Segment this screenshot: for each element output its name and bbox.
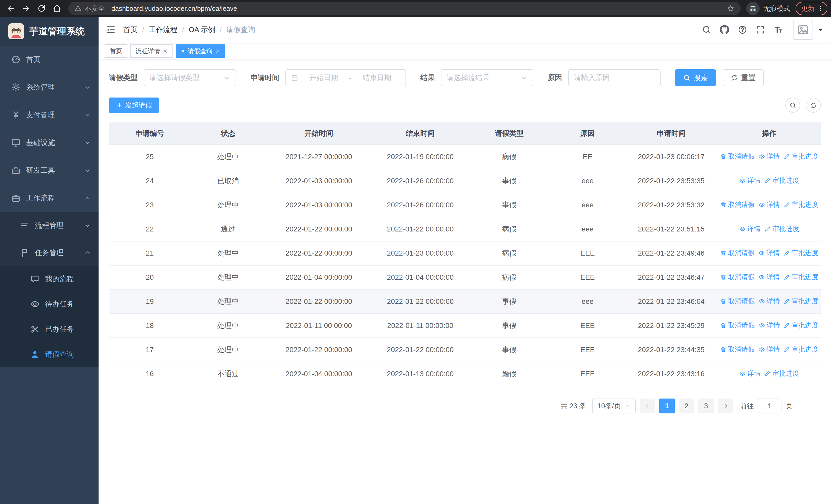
pagination-total: 共 23 条: [561, 402, 586, 411]
browser-reload-icon[interactable]: [34, 1, 49, 16]
goto-page-input[interactable]: [758, 398, 781, 413]
cancel-leave-link[interactable]: 取消请假: [720, 345, 755, 354]
sidebar-item-payment-management[interactable]: 支付管理: [0, 101, 98, 129]
approval-progress-link[interactable]: 审批进度: [783, 200, 819, 209]
approval-progress-link[interactable]: 审批进度: [764, 224, 799, 233]
cancel-leave-link[interactable]: 取消请假: [720, 152, 755, 161]
leave-type-group: 请假类型 请选择请假类型: [109, 69, 236, 86]
toggle-search-button[interactable]: [785, 98, 800, 113]
close-icon[interactable]: [215, 49, 220, 54]
approval-progress-link[interactable]: 审批进度: [783, 321, 819, 330]
detail-link-label: 详情: [767, 345, 780, 354]
detail-link[interactable]: 详情: [758, 345, 780, 354]
cancel-leave-link[interactable]: 取消请假: [720, 272, 755, 281]
reset-button[interactable]: 重置: [723, 69, 764, 86]
prev-page-button[interactable]: [640, 398, 655, 413]
detail-link[interactable]: 详情: [758, 272, 780, 281]
page-button-3[interactable]: 3: [698, 398, 714, 413]
sidebar-item-task-management[interactable]: 任务管理: [0, 239, 98, 266]
sidebar-item-my-process[interactable]: 我的流程: [0, 266, 98, 292]
breadcrumb-item[interactable]: 首页: [123, 25, 138, 35]
reason-input[interactable]: [568, 69, 661, 86]
approval-progress-link[interactable]: 审批进度: [783, 248, 819, 257]
cell-start-time: 2021-12-27 00:00:00: [265, 145, 372, 169]
sidebar-item-dev-tools[interactable]: 研发工具: [0, 156, 98, 184]
cancel-leave-link[interactable]: 取消请假: [720, 248, 755, 257]
search-icon[interactable]: [699, 23, 713, 37]
detail-link[interactable]: 详情: [758, 297, 780, 306]
sidebar-item-process-management[interactable]: 流程管理: [0, 212, 98, 239]
top-navbar: 首页/工作流程/OA 示例/请假查询: [98, 17, 831, 42]
tab-process-detail[interactable]: 流程详情: [131, 45, 173, 58]
address-bar[interactable]: 不安全 dashboard.yudao.iocoder.cn/bpm/oa/le…: [68, 2, 741, 15]
cancel-leave-link[interactable]: 取消请假: [720, 321, 755, 330]
browser-menu-icon[interactable]: [816, 5, 824, 12]
detail-link[interactable]: 详情: [739, 224, 761, 233]
approval-progress-link-label: 审批进度: [792, 297, 819, 306]
browser-update-button[interactable]: 更新: [796, 2, 827, 15]
fullscreen-icon[interactable]: [753, 23, 767, 37]
help-icon[interactable]: [736, 23, 749, 37]
bookmark-star-icon[interactable]: [727, 5, 735, 12]
page-size-select[interactable]: 10条/页: [592, 398, 636, 413]
search-button[interactable]: 搜索: [675, 69, 716, 86]
cell-reason: eee: [550, 169, 625, 193]
breadcrumb-item[interactable]: OA 示例: [189, 25, 215, 35]
detail-link[interactable]: 详情: [758, 152, 780, 161]
view-icon: [739, 226, 746, 232]
caret-down-icon[interactable]: [817, 26, 824, 33]
sidebar-item-infrastructure[interactable]: 基础设施: [0, 129, 98, 156]
browser-back-icon[interactable]: [4, 1, 18, 16]
approval-progress-link[interactable]: 审批进度: [764, 369, 799, 378]
cell-operations: 取消请假详情审批进度: [718, 193, 821, 217]
apply-time-range-picker[interactable]: 开始日期 - 结束日期: [285, 69, 406, 86]
refresh-table-button[interactable]: [806, 98, 821, 113]
browser-home-icon[interactable]: [50, 1, 64, 16]
cell-id: 24: [109, 169, 191, 193]
breadcrumb-item[interactable]: 工作流程: [149, 25, 178, 35]
create-leave-button[interactable]: 发起请假: [109, 97, 159, 113]
approval-progress-link[interactable]: 审批进度: [783, 345, 819, 354]
detail-link[interactable]: 详情: [758, 200, 780, 209]
tab-home[interactable]: 首页: [105, 45, 127, 58]
approval-progress-link-label: 审批进度: [792, 321, 819, 330]
sidebar-item-workflow[interactable]: 工作流程: [0, 184, 98, 212]
sidebar-toggle-icon[interactable]: [98, 17, 123, 42]
leave-type-select[interactable]: 请选择请假类型: [144, 69, 236, 86]
font-size-icon[interactable]: [771, 23, 785, 37]
sidebar-item-home[interactable]: 首页: [0, 46, 98, 73]
page-button-2[interactable]: 2: [679, 398, 694, 413]
cancel-leave-link[interactable]: 取消请假: [720, 297, 755, 306]
table-row: 20处理中2022-01-04 00:00:002022-01-04 00:00…: [109, 265, 821, 290]
detail-link[interactable]: 详情: [758, 321, 780, 330]
page-button-1[interactable]: 1: [659, 398, 675, 413]
chevron-down-icon: [84, 84, 91, 91]
cell-id: 17: [109, 338, 191, 362]
incognito-label: 无痕模式: [763, 4, 790, 13]
close-icon[interactable]: [163, 49, 168, 54]
tab-leave-query[interactable]: 请假查询: [176, 45, 225, 58]
breadcrumb-separator: /: [182, 26, 184, 34]
approval-progress-link[interactable]: 审批进度: [783, 272, 819, 281]
detail-link[interactable]: 详情: [739, 176, 761, 185]
cell-apply-time: 2022-01-22 23:46:04: [625, 290, 718, 314]
browser-forward-icon[interactable]: [19, 1, 33, 16]
detail-link[interactable]: 详情: [739, 369, 761, 378]
table-row: 16不通过2022-01-04 00:00:002022-01-13 00:00…: [109, 362, 821, 386]
result-select[interactable]: 请选择流结果: [441, 69, 533, 86]
approval-progress-link[interactable]: 审批进度: [783, 152, 819, 161]
approval-progress-link[interactable]: 审批进度: [783, 297, 819, 306]
github-icon[interactable]: [718, 23, 732, 37]
chevron-down-icon: [84, 112, 91, 118]
sidebar-item-done-tasks[interactable]: 已办任务: [0, 317, 98, 342]
detail-link[interactable]: 详情: [758, 248, 780, 257]
sidebar-item-system-management[interactable]: 系统管理: [0, 73, 98, 101]
cell-id: 21: [109, 241, 191, 265]
sidebar-item-leave-query[interactable]: 请假查询: [0, 342, 98, 367]
user-avatar[interactable]: [793, 20, 813, 40]
cancel-leave-link[interactable]: 取消请假: [720, 200, 755, 209]
sidebar-item-todo-tasks[interactable]: 待办任务: [0, 292, 98, 317]
edit-icon: [783, 202, 790, 208]
approval-progress-link[interactable]: 审批进度: [764, 176, 799, 185]
next-page-button[interactable]: [718, 398, 733, 413]
